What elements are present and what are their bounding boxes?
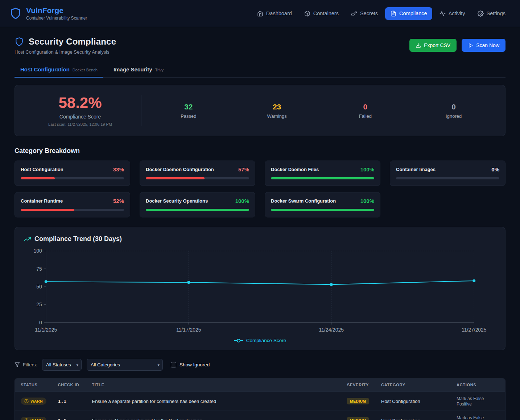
stat-value: 32 [144,103,233,111]
nav-item-secrets[interactable]: Secrets [346,7,383,20]
severity-badge: MEDIUM [347,398,369,404]
check-category: Host Configuration [375,411,451,420]
show-ignored-checkbox[interactable] [171,362,176,367]
status-filter-wrap: All Statuses [42,359,82,371]
stat-value: 0 [409,103,498,111]
category-name: Docker Daemon Files [271,167,319,172]
nav-item-label: Containers [313,11,339,16]
category-name: Docker Security Operations [146,198,208,204]
box-icon [304,11,310,17]
filters-label: Filters: [23,362,37,367]
status-filter-select[interactable]: All Statuses [42,359,82,371]
scan-now-label: Scan Now [476,42,499,48]
key-icon [351,11,357,17]
category-percent: 33% [113,166,124,172]
check-category: Host Configuration [375,392,451,411]
svg-text:0: 0 [39,320,42,325]
category-percent: 100% [235,198,249,204]
tab-tag: Trivy [155,68,164,72]
mark-false-positive-link[interactable]: Mark as False Positive [457,415,484,420]
column-header-category: CATEGORY [375,378,451,392]
column-header-title: TITLE [86,378,341,392]
category-name: Host Configuration [21,167,63,172]
compliance-score: 58.2% [22,95,138,111]
tab-image-security[interactable]: Image Security Trivy [108,62,169,78]
export-csv-button[interactable]: Export CSV [409,39,457,52]
progress-bar [21,209,124,211]
filter-funnel-icon [15,362,20,367]
table-row: WARN 1.1 Ensure a separate partition for… [15,392,505,411]
progress-bar [21,177,124,179]
page-header: Security Compliance Host Configuration &… [0,27,520,55]
stat-warnings: 23 Warnings [233,103,321,119]
category-filter-wrap: All Categories [87,359,163,371]
category-name: Container Images [396,167,436,172]
tab-label: Host Configuration [20,66,70,72]
stat-value: 23 [233,103,321,111]
brand[interactable]: VulnForge Container Vulnerability Scanne… [9,6,87,21]
nav-item-compliance[interactable]: Compliance [385,7,432,20]
progress-bar [146,209,249,211]
check-title: Ensure a separate partition for containe… [86,392,341,411]
legend-label: Compliance Score [246,338,286,343]
stat-passed: 32 Passed [144,103,233,119]
category-card-docker-daemon-configuration: Docker Daemon Configuration 57% [140,161,255,186]
compliance-summary-card: 58.2% Compliance Score Last scan: 11/27/… [15,85,505,136]
nav-item-containers[interactable]: Containers [299,7,344,20]
category-card-host-configuration: Host Configuration 33% [15,161,130,186]
brand-subtitle: Container Vulnerability Scanner [26,16,87,21]
check-title: Ensure auditing is configured for the Do… [86,411,341,420]
mark-false-positive-link[interactable]: Mark as False Positive [457,396,484,407]
stat-label: Failed [321,113,410,119]
chart-legend[interactable]: Compliance Score [24,336,496,346]
nav-item-activity[interactable]: Activity [434,7,470,20]
nav-item-label: Compliance [399,11,427,16]
stat-label: Warnings [233,113,321,119]
category-name: Docker Swarm Configuration [271,198,336,204]
category-percent: 52% [113,198,124,204]
show-ignored-control: Show Ignored [171,362,210,367]
svg-text:25: 25 [36,302,42,307]
category-percent: 100% [360,166,374,172]
category-grid: Host Configuration 33% Docker Daemon Con… [15,161,505,217]
scan-now-button[interactable]: Scan Now [462,39,505,52]
stat-failed: 0 Failed [321,103,410,119]
column-header-actions: ACTIONS [451,378,505,392]
category-filter-select[interactable]: All Categories [87,359,163,371]
table-row: WARN 1.5 Ensure auditing is configured f… [15,411,505,420]
check-id: 1.5 [58,418,66,420]
stat-label: Ignored [409,113,498,119]
chart-title: Compliance Trend (30 Days) [34,235,122,243]
play-icon [468,43,473,48]
nav-item-dashboard[interactable]: Dashboard [252,7,297,20]
alert-circle-icon [24,418,29,420]
tab-host-configuration[interactable]: Host Configuration Docker Bench [15,62,103,78]
svg-text:50: 50 [36,284,42,290]
page-subtitle: Host Configuration & Image Security Anal… [15,49,116,55]
nav-links: Dashboard Containers Secrets Compliance … [252,7,511,20]
top-navbar: VulnForge Container Vulnerability Scanne… [0,0,520,27]
stat-ignored: 0 Ignored [409,103,498,119]
nav-item-settings[interactable]: Settings [472,7,511,20]
table-header-row: STATUS CHECK ID TITLE SEVERITY CATEGORY … [15,378,505,392]
status-badge: WARN [21,417,46,420]
file-text-icon [390,11,396,17]
gear-icon [478,11,484,17]
progress-bar [271,209,374,211]
svg-text:100: 100 [34,248,42,254]
legend-line-icon [234,338,243,343]
category-card-docker-security-operations: Docker Security Operations 100% [140,192,255,217]
page-title: Security Compliance [29,37,116,47]
compliance-score-label: Compliance Score [22,114,138,120]
category-card-docker-swarm-configuration: Docker Swarm Configuration 100% [265,192,380,217]
column-header-status: STATUS [15,378,52,392]
trending-up-icon [24,236,31,243]
tab-label: Image Security [114,66,152,72]
divider [141,95,141,126]
shield-logo-icon [9,7,22,20]
category-percent: 100% [360,198,374,204]
check-id: 1.1 [58,399,66,404]
download-icon [416,43,421,48]
svg-text:11/1/2025: 11/1/2025 [35,327,57,333]
alert-circle-icon [24,399,29,403]
